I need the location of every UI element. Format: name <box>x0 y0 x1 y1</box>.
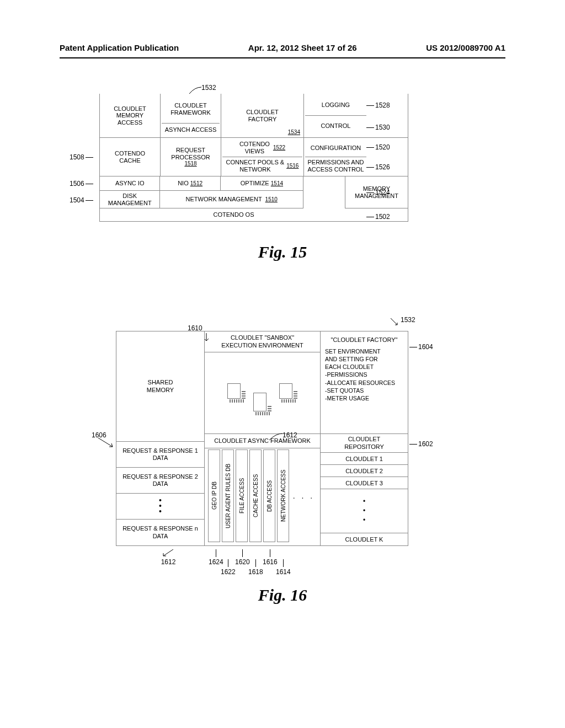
repo-item-1: CLOUDLET 1 <box>321 453 408 465</box>
cell-req-resp-dots: ••• <box>116 494 204 520</box>
figure-15-caption: Fig. 15 <box>0 243 565 261</box>
header-rule <box>60 57 505 58</box>
svc-network-access: NETWORK ACCESS <box>277 449 289 542</box>
svc-db-access: DB ACCESS <box>263 449 275 542</box>
svc-geo-ip-db: GEO IP DB <box>208 449 220 542</box>
cell-config-perms: CONFIGURATION PERMISSIONS AND ACCESS CON… <box>304 138 367 176</box>
repo-item-3: CLOUDLET 3 <box>321 477 408 489</box>
fig15-row1: CLOUDLET MEMORY ACCESS CLOUDLET FRAMEWOR… <box>99 94 408 138</box>
cell-req-resp-1: REQUEST & RESPONSE 1 DATA <box>116 442 204 468</box>
cell-async-framework: CLOUDLET ASYNC FRAMEWORK <box>205 434 320 448</box>
ref-1520: 1520 <box>375 143 390 151</box>
fig15-row5: COTENDO OS <box>99 208 408 222</box>
svc-file-access: FILE ACCESS <box>236 449 248 542</box>
figure-16-caption: Fig. 16 <box>0 586 565 604</box>
svc-dots: . . . <box>291 449 317 542</box>
ref-1602: 1602 <box>418 440 433 448</box>
cell-async-io: ASYNC IO <box>100 176 160 190</box>
figure-15-diagram: 1532 CLOUDLET MEMORY ACCESS CLOUDLET FRA… <box>99 94 408 222</box>
cell-optimize: OPTIMIZE 1514 <box>221 176 303 190</box>
chip-icon <box>253 393 271 415</box>
repo-item-2: CLOUDLET 2 <box>321 465 408 477</box>
fig16-services: GEO IP DB USER AGENT RULES DB FILE ACCES… <box>208 449 317 542</box>
ref-1532-top: 1532 <box>201 84 216 92</box>
fig16-colB: CLOUDLET "SANBOX" EXECUTION ENVIRONMENT <box>205 331 321 545</box>
ref-1524: 1524 <box>375 189 390 196</box>
figure-16-diagram: SHARED MEMORY REQUEST & RESPONSE 1 DATA … <box>116 331 408 546</box>
cell-sandbox-body <box>205 352 320 434</box>
ref-1606: 1606 <box>92 431 106 439</box>
ref-1528: 1528 <box>375 101 390 109</box>
cell-req-resp-n: REQUEST & RESPONSE n DATA <box>116 520 204 545</box>
ref-1620: 1620 <box>235 558 250 566</box>
cell-logging-control: LOGGING CONTROL <box>304 94 367 137</box>
ref-1612a: 1612 <box>282 431 297 439</box>
fig16-colC: "CLOUDLET FACTORY" SET ENVIRONMENT AND S… <box>321 331 408 545</box>
ref-1604: 1604 <box>418 343 433 351</box>
ref-1508: 1508 <box>70 153 84 161</box>
svc-user-agent-rules-db: USER AGENT RULES DB <box>222 449 234 542</box>
cell-nio: NIO 1512 <box>160 176 220 190</box>
cell-sandbox-title: CLOUDLET "SANBOX" EXECUTION ENVIRONMENT <box>205 331 320 352</box>
cell-cloudlet-factory: CLOUDLET FACTORY 1534 <box>221 94 304 137</box>
cell-disk-mgmt: DISK MANAGEMENT <box>100 191 160 208</box>
page-header: Patent Application Publication Apr. 12, … <box>60 43 505 52</box>
cell-cloudlet-memory-access: CLOUDLET MEMORY ACCESS <box>100 94 161 137</box>
ref-1526: 1526 <box>375 163 390 171</box>
repo-dots: ••• <box>321 489 408 533</box>
cell-request-processor: REQUEST PROCESSOR 1518 <box>161 138 221 176</box>
cell-cloudlet-repository: CLOUDLET REPOSITORY <box>321 434 408 453</box>
ref-1530: 1530 <box>375 124 390 131</box>
cell-cloudlet-factory: "CLOUDLET FACTORY" SET ENVIRONMENT AND S… <box>321 331 408 434</box>
ref-1612b: 1612 <box>161 558 176 566</box>
fig15-row3: ASYNC IO NIO 1512 OPTIMIZE 1514 <box>99 176 303 191</box>
header-center: Apr. 12, 2012 Sheet 17 of 26 <box>248 43 357 52</box>
chip-icon <box>227 383 246 403</box>
cell-cotendo-cache: COTENDO CACHE <box>100 138 161 176</box>
fig16-bottom-refs: 1612 1624 1622 1620 1618 1616 1614 <box>166 549 353 582</box>
ref-1504: 1504 <box>70 196 84 204</box>
ref-1502: 1502 <box>375 213 390 221</box>
ref-1532-fig16: 1532 <box>390 317 409 327</box>
cell-cloudlet-framework: CLOUDLET FRAMEWORK ASYNCH ACCESS <box>161 94 221 137</box>
cell-shared-memory: SHARED MEMORY <box>116 331 204 442</box>
cell-network-mgmt: NETWORK MANAGEMENT 1510 <box>160 191 303 208</box>
header-left: Patent Application Publication <box>60 43 179 52</box>
chip-icon <box>279 383 297 403</box>
repo-item-k: CLOUDLET K <box>321 533 408 545</box>
ref-1506: 1506 <box>70 180 84 188</box>
header-right: US 2012/0089700 A1 <box>426 43 505 52</box>
ref-1622: 1622 <box>221 568 236 576</box>
fig15-row4: DISK MANAGEMENT NETWORK MANAGEMENT 1510 <box>99 191 303 208</box>
cell-req-resp-2: REQUEST & RESPONSE 2 DATA <box>116 468 204 494</box>
fig16-colA: SHARED MEMORY REQUEST & RESPONSE 1 DATA … <box>116 331 205 545</box>
cell-cotendo-os: COTENDO OS <box>100 208 367 221</box>
ref-1614: 1614 <box>276 568 291 576</box>
ref-1616: 1616 <box>263 558 278 566</box>
cell-views-pools: COTENDO VIEWS 1522 CONNECT POOLS & NETWO… <box>221 138 304 176</box>
fig15-row2: COTENDO CACHE REQUEST PROCESSOR 1518 COT… <box>99 138 408 176</box>
svc-cache-access: CACHE ACCESS <box>249 449 262 542</box>
ref-1618: 1618 <box>248 568 263 576</box>
